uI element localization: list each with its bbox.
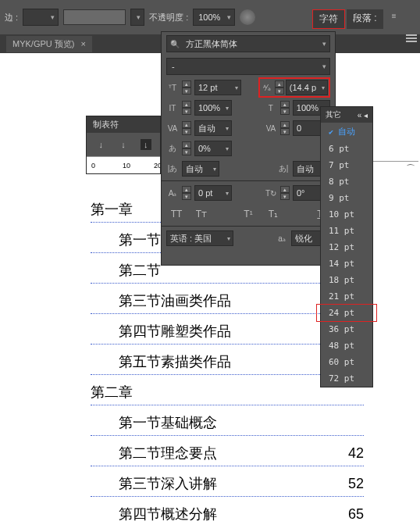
tabs-panel: 制表符 ↓ ↓ ↓ 0 10 20 [86, 116, 161, 174]
allcaps-button[interactable]: TT [168, 207, 185, 221]
leading-option[interactable]: 14 pt [321, 255, 372, 272]
tsume-field[interactable]: 0% [194, 141, 232, 156]
leading-option[interactable]: 18 pt [321, 272, 372, 288]
subscript-button[interactable]: T₁ [265, 207, 282, 221]
tab-character[interactable]: 字符 [312, 9, 345, 29]
vscale-field[interactable]: 100% [194, 100, 232, 116]
spin-down[interactable]: ▾ [182, 87, 191, 95]
language-field[interactable]: 英语 : 美国 [166, 230, 233, 246]
divider [162, 226, 335, 227]
section-title: 第五节素描类作品 [119, 352, 231, 371]
superscript-button[interactable]: T¹ [240, 207, 257, 221]
leading-option[interactable]: 60 pt [321, 354, 372, 370]
leading-option-auto[interactable]: ✔ 自动 [321, 123, 372, 141]
leading-option[interactable]: 7 pt [321, 157, 372, 173]
align-icon[interactable]: ≡ [388, 9, 400, 22]
leading-highlight: ᴬ⁄ₐ ▴ ▾ (14.4 p [258, 77, 330, 98]
swatch-dropdown[interactable] [130, 9, 144, 26]
opacity-field[interactable]: 100% [193, 9, 235, 26]
magnet-icon[interactable]: ⌒ [406, 162, 415, 176]
tab-right-icon[interactable]: ↓ [141, 139, 151, 150]
character-panel: 方正黑体简体 - ᵀT ▴ ▾ 12 pt ᴬ⁄ₐ ▴ ▾ (14.4 p IT… [161, 31, 336, 266]
swatch-input[interactable] [63, 9, 126, 25]
aki-left-field[interactable]: 自动 [182, 161, 219, 177]
section-title: 第三节油画类作品 [119, 291, 231, 310]
page-number: 65 [348, 506, 364, 523]
leading-option[interactable]: 6 pt [321, 141, 372, 157]
page-number: 42 [348, 445, 364, 462]
leading-option[interactable]: 9 pt [321, 190, 372, 206]
aki-right-icon: あ| [277, 162, 290, 175]
tracking-icon: VA [265, 122, 277, 134]
leading-option[interactable]: 11 pt [321, 223, 372, 239]
section-title: 第二节理念要点 [119, 444, 217, 462]
section-title: 第四节雕塑类作品 [119, 322, 231, 341]
section-title: 第三节深入讲解 [119, 474, 217, 493]
leading-menu-header: 其它 « ◂ [321, 107, 372, 123]
leading-option[interactable]: 12 pt [321, 239, 372, 255]
opacity-label: 不透明度 : [149, 12, 188, 23]
leading-option[interactable]: 36 pt [321, 321, 372, 337]
section-title: 第二节 [119, 261, 161, 280]
tab-left-icon[interactable]: ↓ [95, 139, 106, 150]
stroke-label: 边 : [5, 12, 18, 23]
section-title: 第四节概述分解 [119, 505, 217, 523]
leading-dropdown-menu: 其它 « ◂ ✔ 自动 6 pt 7 pt 8 pt 9 pt 10 pt 11… [320, 106, 373, 387]
smallcaps-button[interactable]: Tᴛ [193, 207, 210, 221]
vscale-icon: IT [166, 102, 179, 114]
tab-paragraph[interactable]: 段落 : [347, 9, 383, 29]
leading-option[interactable]: 8 pt [321, 173, 372, 190]
tab-align-buttons: ↓ ↓ ↓ [87, 133, 160, 156]
type-style-row: TT Tᴛ T¹ T₁ T [162, 203, 335, 224]
chapter-title: 第一章 [91, 200, 133, 219]
font-family-field[interactable]: 方正黑体简体 [166, 35, 330, 52]
panel-menu-icon[interactable] [406, 34, 417, 42]
aki-left-icon: |あ [166, 162, 179, 175]
document-tab-title: MYK/GPU 预览) [12, 38, 74, 50]
stroke-dropdown[interactable] [23, 9, 59, 26]
rotation-icon: T↻ [265, 187, 277, 199]
hscale-icon: T [265, 102, 277, 114]
chevrons-icon[interactable]: « ◂ [358, 111, 368, 120]
spin-up[interactable]: ▴ [275, 80, 284, 87]
kerning-icon: VA [166, 122, 179, 134]
tsume-icon: あ [166, 142, 179, 155]
baseline-shift-field[interactable]: 0 pt [194, 185, 232, 201]
font-size-field[interactable]: 12 pt [194, 80, 241, 95]
tabs-panel-header: 制表符 [87, 116, 160, 133]
leading-option[interactable]: 48 pt [321, 337, 372, 354]
leading-field[interactable]: (14.4 p [286, 80, 328, 95]
section-title: 第一节 [119, 230, 161, 249]
font-style-field[interactable]: - [166, 58, 330, 75]
divider [162, 180, 335, 181]
leading-option-highlighted[interactable]: 24 pt [321, 305, 372, 321]
document-tab[interactable]: MYK/GPU 预览) × [6, 36, 92, 52]
leading-option[interactable]: 21 pt [321, 288, 372, 305]
close-icon[interactable]: × [80, 39, 85, 48]
font-size-icon: ᵀT [166, 81, 179, 94]
leading-option[interactable]: 10 pt [321, 206, 372, 223]
chapter-title: 第二章 [91, 383, 133, 402]
baseline-shift-icon: Aₐ [166, 187, 179, 199]
tab-center-icon[interactable]: ↓ [118, 139, 129, 150]
ruler[interactable]: 0 10 20 [87, 156, 160, 173]
panel-tabs: 字符 段落 : ≡ [312, 9, 400, 29]
spin-up[interactable]: ▴ [182, 80, 191, 87]
antialias-icon: aₐ [276, 232, 288, 245]
globe-icon[interactable] [240, 9, 255, 25]
kerning-field[interactable]: 自动 [194, 120, 232, 136]
leading-icon: ᴬ⁄ₐ [261, 81, 273, 94]
page-number: 52 [348, 476, 364, 492]
check-icon: ✔ [329, 127, 333, 136]
leading-option[interactable]: 72 pt [321, 370, 372, 387]
spin-down[interactable]: ▾ [275, 87, 284, 95]
section-title: 第一节基础概念 [119, 413, 217, 432]
tabs-panel-title: 制表符 [93, 119, 119, 130]
